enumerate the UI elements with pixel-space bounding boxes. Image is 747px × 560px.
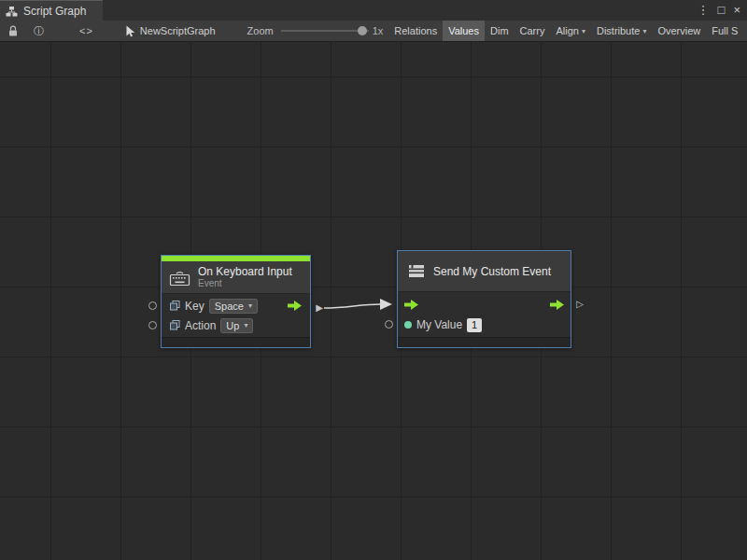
button-label: Values (448, 25, 479, 36)
value-port-dot[interactable] (404, 321, 412, 329)
info-icon[interactable]: ⓘ (26, 21, 51, 41)
value-type-icon (170, 320, 180, 330)
input-port-circle[interactable] (385, 320, 393, 329)
node-subtitle: Event (198, 278, 292, 289)
code-icon[interactable]: <> (72, 21, 101, 41)
node-header[interactable]: On Keyboard Input Event (162, 261, 310, 294)
value-type-icon (170, 301, 180, 311)
chevron-down-icon: ▾ (582, 27, 585, 35)
close-icon[interactable]: × (733, 0, 740, 21)
port-row-action: Action Up ▾ (162, 315, 310, 335)
button-label: Relations (394, 25, 437, 36)
button-label: Distribute (597, 25, 640, 36)
node-title: Send My Custom Event (433, 265, 551, 278)
input-port-circle[interactable] (148, 321, 157, 329)
graph-canvas[interactable]: On Keyboard Input Event Key Space (0, 42, 747, 560)
key-dropdown[interactable]: Space ▾ (209, 299, 258, 314)
port-label: Action (185, 319, 216, 332)
node-header[interactable]: Send My Custom Event (398, 251, 571, 292)
graph-toolbar: ⓘ <> NewScriptGraph Zoom 1x Relations Va… (0, 21, 747, 42)
node-footer (398, 337, 571, 347)
zoom-slider-handle[interactable] (358, 26, 367, 35)
toolbar-button-align[interactable]: Align ▾ (550, 21, 590, 42)
node-body: My Value 1 (398, 292, 571, 337)
port-row-key: Key Space ▾ (162, 296, 310, 315)
toolbar-button-carry[interactable]: Carry (514, 21, 551, 42)
port-label: Key (185, 300, 204, 313)
toolbar-button-fullscreen[interactable]: Full S (706, 21, 743, 42)
kebab-menu-icon[interactable]: ⋮ (698, 0, 710, 21)
button-label: Dim (490, 25, 509, 36)
port-label: My Value (416, 318, 462, 331)
flow-row (398, 294, 571, 315)
chevron-down-icon: ▾ (244, 321, 247, 329)
action-dropdown[interactable]: Up ▾ (220, 318, 253, 333)
dropdown-value: Space (215, 301, 244, 312)
button-label: Carry (520, 25, 545, 36)
toolbar-button-overview[interactable]: Overview (652, 21, 706, 42)
tab-label: Script Graph (23, 5, 86, 18)
zoom-slider[interactable] (281, 21, 369, 41)
graph-name: NewScriptGraph (140, 25, 216, 36)
toolbar-button-dim[interactable]: Dim (485, 21, 514, 42)
zoom-value: 1x (373, 25, 384, 36)
button-label: Align (556, 25, 578, 36)
port-row-my-value: My Value 1 (398, 315, 571, 335)
flow-output-arrow-icon[interactable] (550, 300, 564, 310)
graph-name-group[interactable]: NewScriptGraph (125, 25, 216, 37)
input-port-circle[interactable] (148, 301, 157, 310)
toolbar-button-distribute[interactable]: Distribute ▾ (591, 21, 652, 42)
keyboard-icon (169, 269, 190, 287)
script-graph-window: Script Graph ⋮ □ × ⓘ <> NewScriptGraph (0, 0, 747, 560)
node-footer (162, 337, 310, 347)
custom-event-icon (407, 263, 426, 279)
toolbar-button-relations[interactable]: Relations (388, 21, 443, 42)
tab-bar: Script Graph ⋮ □ × (0, 0, 747, 21)
flow-input-arrow-icon[interactable] (404, 300, 418, 310)
zoom-slider-track (281, 30, 369, 32)
zoom-label: Zoom (247, 25, 274, 36)
lock-icon[interactable] (0, 21, 26, 41)
node-title: On Keyboard Input (198, 265, 292, 278)
my-value-input[interactable]: 1 (467, 318, 482, 332)
flow-output-port[interactable]: ▷ (576, 300, 584, 309)
toolbar-button-values[interactable]: Values (443, 21, 485, 42)
node-body: Key Space ▾ (162, 294, 310, 337)
node-send-my-custom-event[interactable]: Send My Custom Event My Value 1 (397, 250, 571, 348)
chevron-down-icon: ▾ (642, 27, 646, 35)
button-label: Overview (657, 25, 700, 36)
graph-icon (6, 6, 18, 17)
connection-wire (0, 42, 747, 560)
flow-output-arrow-icon[interactable] (288, 301, 302, 311)
maximize-icon[interactable]: □ (718, 0, 726, 21)
cursor-icon (125, 25, 135, 37)
flow-output-port[interactable]: ▶ (316, 303, 323, 313)
tab-script-graph[interactable]: Script Graph (0, 0, 103, 21)
chevron-down-icon: ▾ (248, 301, 252, 310)
button-label: Full S (712, 25, 738, 36)
node-on-keyboard-input[interactable]: On Keyboard Input Event Key Space (161, 255, 311, 348)
dropdown-value: Up (226, 320, 239, 331)
